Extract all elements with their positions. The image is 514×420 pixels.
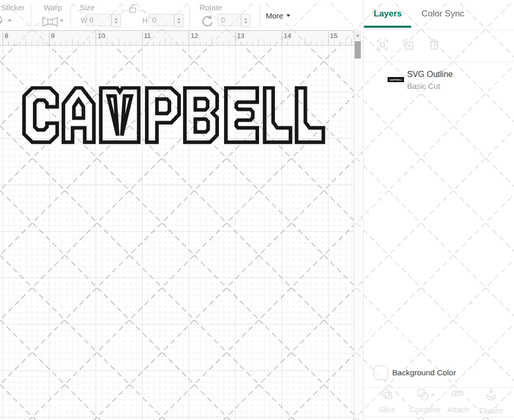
- combine-dropdown-caret: [431, 394, 435, 396]
- sticker-dropdown-caret[interactable]: [8, 20, 12, 22]
- combine-button[interactable]: Combine: [406, 388, 445, 416]
- height-field-label: H: [142, 16, 148, 25]
- stepper-up-icon[interactable]: [244, 18, 247, 20]
- toolbar-divider: [260, 4, 260, 27]
- more-menu-button[interactable]: More: [266, 11, 290, 20]
- ruler-mark: 9: [51, 32, 54, 40]
- layer-linetype: Basic Cut: [407, 82, 440, 90]
- horizontal-ruler: 8 9 10 11 12 13 14 15: [0, 31, 354, 46]
- warp-icon[interactable]: [42, 16, 58, 27]
- attach-icon: [450, 388, 466, 402]
- stepper-down-icon[interactable]: [177, 22, 180, 24]
- active-tab-underline: [364, 26, 411, 28]
- toolbar-divider: [70, 4, 71, 27]
- size-group-label: Size: [80, 3, 95, 12]
- ruler-mark: 11: [144, 32, 151, 40]
- slice-icon: [380, 388, 394, 402]
- panel-bottom-divider: [363, 417, 514, 417]
- panel-divider: [363, 61, 514, 62]
- scroll-up-button[interactable]: [354, 31, 361, 40]
- ruler-mark: 12: [191, 32, 198, 40]
- warp-group-label: Warp: [44, 3, 62, 12]
- campbell-outline-object[interactable]: [21, 86, 329, 144]
- stepper-down-icon[interactable]: [115, 22, 118, 24]
- warp-dropdown-caret[interactable]: [60, 20, 64, 22]
- width-stepper[interactable]: [112, 14, 121, 27]
- combine-icon: [416, 388, 430, 402]
- attach-button[interactable]: Attach: [439, 388, 476, 416]
- toolbar-divider: [31, 4, 31, 27]
- tab-color-sync[interactable]: Color Sync: [421, 9, 464, 19]
- more-label: More: [266, 11, 283, 20]
- slice-label: Slice: [370, 405, 404, 414]
- toolbar-divider: [189, 4, 190, 27]
- design-app-window: Sticker Warp Size W H: [0, 0, 514, 420]
- lock-aspect-icon[interactable]: [127, 3, 138, 13]
- flatten-icon: [484, 388, 498, 403]
- rotate-input[interactable]: [217, 14, 241, 26]
- background-color-row: Background Color: [363, 362, 514, 385]
- stepper-up-icon[interactable]: [115, 18, 118, 20]
- rotate-stepper[interactable]: [241, 14, 250, 27]
- rotate-icon[interactable]: [200, 15, 214, 27]
- layers-panel: Layers Color Sync CAMPBELL SVG Outline B…: [363, 0, 514, 420]
- sticker-icon[interactable]: [0, 14, 8, 26]
- layer-title: SVG Outline: [407, 70, 453, 79]
- vertical-scrollbar[interactable]: [354, 31, 361, 420]
- size-link-bracket: [138, 10, 144, 14]
- flatten-label: Flatten: [474, 406, 508, 415]
- combine-label: Combine: [406, 405, 445, 414]
- slice-button[interactable]: Slice: [370, 388, 404, 416]
- background-color-label: Background Color: [392, 368, 456, 377]
- scroll-up-icon: [356, 34, 359, 36]
- ruler-mark: 14: [284, 32, 291, 40]
- layer-thumbnail: CAMPBELL: [388, 77, 404, 82]
- background-color-swatch[interactable]: [374, 366, 388, 380]
- scrollbar-thumb[interactable]: [355, 41, 361, 59]
- delete-layer-icon[interactable]: [428, 38, 441, 51]
- stepper-up-icon[interactable]: [177, 18, 180, 20]
- stepper-down-icon[interactable]: [244, 22, 247, 24]
- add-layer-icon[interactable]: [401, 38, 415, 51]
- sticker-group-label: Sticker: [1, 3, 25, 12]
- select-all-icon[interactable]: [376, 38, 389, 51]
- tab-layers[interactable]: Layers: [374, 9, 402, 19]
- ruler-mark: 10: [98, 32, 105, 40]
- edit-toolbar: Sticker Warp Size W H: [0, 0, 363, 31]
- flatten-button[interactable]: Flatten: [474, 388, 508, 416]
- ruler-mark: 15: [330, 32, 337, 40]
- ruler-mark: 13: [237, 32, 244, 40]
- panel-header-divider: [363, 29, 514, 30]
- more-dropdown-caret: [286, 14, 290, 17]
- width-input[interactable]: [86, 14, 112, 26]
- layer-row[interactable]: CAMPBELL SVG Outline Basic Cut: [363, 66, 514, 94]
- rotate-group-label: Rotate: [199, 3, 222, 12]
- attach-label: Attach: [439, 405, 476, 414]
- height-stepper[interactable]: [174, 14, 183, 27]
- ruler-mark: 8: [5, 32, 8, 40]
- height-input[interactable]: [149, 14, 174, 26]
